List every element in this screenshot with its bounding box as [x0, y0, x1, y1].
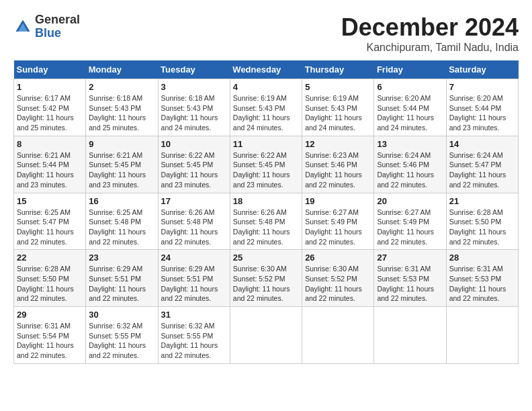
day-number: 23 [89, 253, 154, 263]
logo-blue-text: Blue [35, 27, 80, 40]
header-monday: Monday [86, 60, 158, 79]
logo-icon [13, 17, 32, 36]
day-number: 1 [17, 82, 83, 92]
calendar-week-5: 29Sunrise: 6:31 AMSunset: 5:54 PMDayligh… [14, 307, 519, 364]
day-info: Sunrise: 6:32 AMSunset: 5:55 PMDaylight:… [161, 321, 227, 361]
day-info: Sunrise: 6:17 AMSunset: 5:42 PMDaylight:… [17, 93, 83, 133]
day-info: Sunrise: 6:19 AMSunset: 5:43 PMDaylight:… [305, 93, 371, 133]
day-info: Sunrise: 6:21 AMSunset: 5:45 PMDaylight:… [89, 150, 154, 190]
calendar-week-4: 22Sunrise: 6:28 AMSunset: 5:50 PMDayligh… [14, 250, 519, 307]
day-info: Sunrise: 6:30 AMSunset: 5:52 PMDaylight:… [305, 264, 371, 304]
calendar-cell: 30Sunrise: 6:32 AMSunset: 5:55 PMDayligh… [86, 307, 158, 364]
day-number: 16 [89, 196, 154, 206]
header-tuesday: Tuesday [158, 60, 230, 79]
day-info: Sunrise: 6:28 AMSunset: 5:50 PMDaylight:… [17, 264, 83, 304]
day-number: 20 [377, 196, 443, 206]
calendar-cell: 1Sunrise: 6:17 AMSunset: 5:42 PMDaylight… [14, 79, 86, 136]
day-number: 6 [377, 82, 443, 92]
logo-text: General Blue [35, 13, 80, 40]
day-info: Sunrise: 6:29 AMSunset: 5:51 PMDaylight:… [161, 264, 227, 304]
day-info: Sunrise: 6:24 AMSunset: 5:46 PMDaylight:… [377, 150, 443, 190]
calendar-week-1: 1Sunrise: 6:17 AMSunset: 5:42 PMDaylight… [14, 79, 519, 136]
calendar-cell [230, 307, 302, 364]
day-number: 26 [305, 253, 371, 263]
day-info: Sunrise: 6:22 AMSunset: 5:45 PMDaylight:… [161, 150, 227, 190]
header-wednesday: Wednesday [230, 60, 302, 79]
calendar-cell: 15Sunrise: 6:25 AMSunset: 5:47 PMDayligh… [14, 193, 86, 250]
day-number: 9 [89, 139, 154, 149]
day-info: Sunrise: 6:21 AMSunset: 5:44 PMDaylight:… [17, 150, 83, 190]
calendar-cell: 23Sunrise: 6:29 AMSunset: 5:51 PMDayligh… [86, 250, 158, 307]
day-number: 5 [305, 82, 371, 92]
day-number: 18 [233, 196, 299, 206]
calendar-cell: 22Sunrise: 6:28 AMSunset: 5:50 PMDayligh… [14, 250, 86, 307]
calendar-cell: 11Sunrise: 6:22 AMSunset: 5:45 PMDayligh… [230, 136, 302, 193]
day-number: 31 [161, 310, 227, 320]
day-number: 14 [449, 139, 515, 149]
day-info: Sunrise: 6:31 AMSunset: 5:53 PMDaylight:… [449, 264, 515, 304]
calendar-cell: 27Sunrise: 6:31 AMSunset: 5:53 PMDayligh… [374, 250, 446, 307]
calendar-cell: 25Sunrise: 6:30 AMSunset: 5:52 PMDayligh… [230, 250, 302, 307]
day-number: 8 [17, 139, 83, 149]
day-info: Sunrise: 6:31 AMSunset: 5:53 PMDaylight:… [377, 264, 443, 304]
calendar-cell: 29Sunrise: 6:31 AMSunset: 5:54 PMDayligh… [14, 307, 86, 364]
header: General Blue December 2024 Kanchipuram, … [13, 13, 519, 54]
location-title: Kanchipuram, Tamil Nadu, India [341, 42, 519, 54]
header-thursday: Thursday [302, 60, 374, 79]
day-info: Sunrise: 6:22 AMSunset: 5:45 PMDaylight:… [233, 150, 299, 190]
day-info: Sunrise: 6:29 AMSunset: 5:51 PMDaylight:… [89, 264, 154, 304]
calendar-week-2: 8Sunrise: 6:21 AMSunset: 5:44 PMDaylight… [14, 136, 519, 193]
calendar-cell: 16Sunrise: 6:25 AMSunset: 5:48 PMDayligh… [86, 193, 158, 250]
day-number: 28 [449, 253, 515, 263]
calendar-cell: 24Sunrise: 6:29 AMSunset: 5:51 PMDayligh… [158, 250, 230, 307]
day-info: Sunrise: 6:19 AMSunset: 5:43 PMDaylight:… [233, 93, 299, 133]
calendar-cell: 7Sunrise: 6:20 AMSunset: 5:44 PMDaylight… [446, 79, 518, 136]
calendar-cell: 28Sunrise: 6:31 AMSunset: 5:53 PMDayligh… [446, 250, 518, 307]
day-info: Sunrise: 6:23 AMSunset: 5:46 PMDaylight:… [305, 150, 371, 190]
header-friday: Friday [374, 60, 446, 79]
day-info: Sunrise: 6:20 AMSunset: 5:44 PMDaylight:… [449, 93, 515, 133]
day-info: Sunrise: 6:30 AMSunset: 5:52 PMDaylight:… [233, 264, 299, 304]
header-sunday: Sunday [14, 60, 86, 79]
calendar-cell: 3Sunrise: 6:18 AMSunset: 5:43 PMDaylight… [158, 79, 230, 136]
calendar-cell: 18Sunrise: 6:26 AMSunset: 5:48 PMDayligh… [230, 193, 302, 250]
day-number: 24 [161, 253, 227, 263]
calendar-cell: 9Sunrise: 6:21 AMSunset: 5:45 PMDaylight… [86, 136, 158, 193]
calendar-cell: 2Sunrise: 6:18 AMSunset: 5:43 PMDaylight… [86, 79, 158, 136]
calendar-cell: 26Sunrise: 6:30 AMSunset: 5:52 PMDayligh… [302, 250, 374, 307]
day-number: 15 [17, 196, 83, 206]
day-info: Sunrise: 6:26 AMSunset: 5:48 PMDaylight:… [161, 208, 227, 247]
calendar-cell: 4Sunrise: 6:19 AMSunset: 5:43 PMDaylight… [230, 79, 302, 136]
calendar-cell [446, 307, 518, 364]
day-info: Sunrise: 6:28 AMSunset: 5:50 PMDaylight:… [449, 208, 515, 247]
calendar-cell: 17Sunrise: 6:26 AMSunset: 5:48 PMDayligh… [158, 193, 230, 250]
day-info: Sunrise: 6:25 AMSunset: 5:47 PMDaylight:… [17, 208, 83, 247]
logo-general-text: General [35, 13, 80, 27]
day-info: Sunrise: 6:26 AMSunset: 5:48 PMDaylight:… [233, 208, 299, 247]
day-info: Sunrise: 6:32 AMSunset: 5:55 PMDaylight:… [89, 321, 154, 361]
day-info: Sunrise: 6:27 AMSunset: 5:49 PMDaylight:… [377, 208, 443, 247]
day-number: 17 [161, 196, 227, 206]
day-number: 4 [233, 82, 299, 92]
header-saturday: Saturday [446, 60, 518, 79]
day-number: 22 [17, 253, 83, 263]
month-title: December 2024 [341, 13, 519, 42]
day-number: 2 [89, 82, 154, 92]
day-info: Sunrise: 6:18 AMSunset: 5:43 PMDaylight:… [161, 93, 227, 133]
day-number: 25 [233, 253, 299, 263]
day-number: 7 [449, 82, 515, 92]
day-number: 12 [305, 139, 371, 149]
day-info: Sunrise: 6:18 AMSunset: 5:43 PMDaylight:… [89, 93, 154, 133]
calendar-cell: 14Sunrise: 6:24 AMSunset: 5:47 PMDayligh… [446, 136, 518, 193]
day-number: 13 [377, 139, 443, 149]
day-info: Sunrise: 6:25 AMSunset: 5:48 PMDaylight:… [89, 208, 154, 247]
calendar-cell: 5Sunrise: 6:19 AMSunset: 5:43 PMDaylight… [302, 79, 374, 136]
calendar-table: Sunday Monday Tuesday Wednesday Thursday… [13, 60, 519, 364]
calendar-cell: 13Sunrise: 6:24 AMSunset: 5:46 PMDayligh… [374, 136, 446, 193]
day-number: 30 [89, 310, 154, 320]
calendar-week-3: 15Sunrise: 6:25 AMSunset: 5:47 PMDayligh… [14, 193, 519, 250]
calendar-cell: 10Sunrise: 6:22 AMSunset: 5:45 PMDayligh… [158, 136, 230, 193]
calendar-cell: 20Sunrise: 6:27 AMSunset: 5:49 PMDayligh… [374, 193, 446, 250]
title-section: December 2024 Kanchipuram, Tamil Nadu, I… [341, 13, 519, 54]
day-number: 3 [161, 82, 227, 92]
